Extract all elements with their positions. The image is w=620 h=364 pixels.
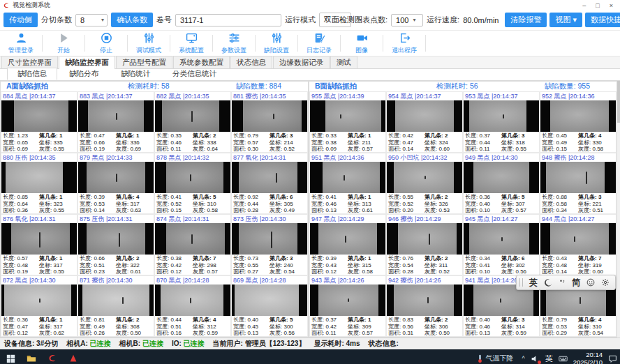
defect-cell[interactable]: 950 小凹坑 |20:14:32 长度: 0.55宽度: 0.52面积: 0.… (386, 153, 463, 214)
tab-5[interactable]: 边缘数据记录 (273, 56, 330, 68)
tab-2[interactable]: 产品型号配置 (116, 56, 172, 68)
tab-6[interactable]: 测试 (330, 56, 357, 68)
roll-number-input[interactable] (175, 14, 281, 26)
ime-english-mode[interactable]: 英 (529, 277, 538, 289)
tray-expand-button[interactable]: ^ (522, 355, 525, 362)
defect-cell[interactable]: 882 黑点 |20:14:35 长度: 0.35宽度: 0.46面积: 0.1… (154, 91, 231, 153)
data-quick-access-button[interactable]: 数据快捷访问 ▾ (585, 13, 620, 27)
defect-cell[interactable]: 879 黑点 |20:14:33 长度: 0.39宽度: 0.53面积: 0.1… (78, 153, 154, 214)
detail-line: 坐标: 319 (578, 262, 614, 269)
close-button[interactable]: × (610, 2, 613, 9)
param-settings-button[interactable]: 参数设置 (213, 31, 255, 56)
system-config-button[interactable]: 系统配置 (170, 31, 212, 56)
action-center-button[interactable] (608, 354, 617, 363)
defect-image (78, 162, 154, 193)
detail-line: 宽度: 0.42 (156, 262, 193, 269)
defect-cell[interactable]: 871 擦伤 |20:14:30 长度: 0.81宽度: 0.49面积: 0.2… (78, 275, 154, 337)
moon-icon[interactable] (544, 278, 552, 287)
file-explorer-button[interactable] (21, 349, 42, 364)
defect-cell[interactable]: 873 压伤 |20:14:30 长度: 0.73宽度: 0.55面积: 0.2… (231, 214, 308, 275)
taskbar-app2-button[interactable] (63, 349, 84, 364)
defect-cell[interactable]: 881 擦伤 |20:14:35 长度: 0.79宽度: 0.57面积: 0.3… (231, 91, 308, 153)
taskbar-language-indicator[interactable]: 英 (545, 354, 553, 364)
defect-cell[interactable]: 953 黑点 |20:14:37 长度: 0.37宽度: 0.44面积: 0.1… (463, 91, 540, 153)
defect-cell-header: 875 压伤 |20:14:31 (78, 215, 154, 223)
detail-line: 宽度: 0.46 (311, 201, 348, 208)
defect-cell[interactable]: 947 黑点 |20:14:29 长度: 0.39宽度: 0.43面积: 0.1… (309, 214, 386, 275)
tray-alert-button[interactable] (531, 354, 540, 363)
defect-cell[interactable]: 949 黑点 |20:14:30 长度: 0.36宽度: 0.40面积: 0.1… (463, 153, 540, 214)
chart-points-select[interactable]: 100▾ (391, 14, 423, 26)
tab-4[interactable]: 状态信息 (230, 56, 272, 68)
defect-cell[interactable]: 944 黑点 |20:14:27 长度: 0.43宽度: 0.48面积: 0.1… (540, 214, 617, 275)
confirm-count-button[interactable]: 确认条数 (111, 13, 153, 27)
defect-cell[interactable]: 874 黑点 |20:14:31 长度: 0.38宽度: 0.42面积: 0.1… (154, 214, 231, 275)
drive-side-button[interactable]: 传动侧 (3, 13, 38, 27)
start-button[interactable] (0, 349, 21, 364)
admin-login-button[interactable]: 管理登录 (0, 31, 42, 56)
subtab-3[interactable]: 分类信息统计 (162, 68, 227, 80)
image-edge-right (609, 223, 616, 255)
log-record-button[interactable]: 日志记录 (298, 31, 340, 56)
defect-cell[interactable]: 954 黑点 |20:14:37 长度: 0.42宽度: 0.47面积: 0.1… (386, 91, 463, 153)
exit-button[interactable]: 退出程序 (383, 31, 425, 56)
image-edge-right (70, 223, 77, 255)
detail-line: 灰度: 0.59 (193, 330, 229, 337)
taskbar-weather[interactable]: 气温下降 (474, 354, 517, 363)
tab-1[interactable]: 缺陷监控界面 (59, 56, 115, 69)
defect-cell[interactable]: 952 黑点 |20:14:36 长度: 0.45宽度: 0.49面积: 0.1… (540, 91, 617, 153)
vertical-scrollbar[interactable] (617, 81, 620, 338)
image-button[interactable]: 图像 (341, 31, 383, 56)
defect-cell[interactable]: 883 黑点 |20:14:37 长度: 0.47宽度: 0.66面积: 0.1… (78, 91, 154, 153)
defect-cell[interactable]: 878 黑点 |20:14:32 长度: 0.41宽度: 0.52面积: 0.1… (154, 153, 231, 214)
maximize-button[interactable]: □ (596, 2, 599, 9)
defect-details: 长度: 0.79宽度: 0.53面积: 0.29米数: 0.35 第几条: 4坐… (540, 316, 616, 337)
defect-cell[interactable]: 945 黑点 |20:14:27 长度: 0.34宽度: 0.41面积: 0.1… (463, 214, 540, 275)
status-item: 设备信息: 3#分切 (4, 339, 58, 349)
defect-cell[interactable]: 943 黑点 |20:14:26 长度: 0.37宽度: 0.42面积: 0.1… (309, 275, 386, 337)
detail-line: 灰度: 0.58 (578, 146, 614, 153)
taskbar-clock[interactable]: 20:14 2025/2/10 (573, 351, 603, 364)
defect-cell[interactable]: 948 擦伤 |20:14:28 长度: 0.88宽度: 0.58面积: 0.3… (540, 153, 617, 214)
punctuation-icon[interactable] (559, 278, 566, 287)
scrollbar-thumb[interactable] (617, 81, 620, 123)
tab-0[interactable]: 尺寸监控界面 (1, 56, 58, 68)
minimize-button[interactable]: – (582, 2, 586, 9)
subtab-2[interactable]: 缺陷统计 (110, 68, 161, 80)
view-menu-button[interactable]: 视图 ▾ (549, 13, 582, 27)
debug-mode-button[interactable]: 调试模式 (128, 31, 170, 56)
defect-cell[interactable]: 876 氧化 |20:14:31 长度: 0.57宽度: 0.48面积: 0.1… (1, 214, 78, 275)
taskbar-app1-button[interactable] (42, 349, 63, 364)
defect-cell[interactable]: 942 擦伤 |20:14:26 长度: 0.83宽度: 0.56面积: 0.3… (386, 275, 463, 337)
main-toolbar: 传动侧 分切条数 8▾ 确认条数 卷号 运行模式 双面检测▾ 图表点数: 100… (0, 10, 620, 31)
defect-cell-header: 880 压伤 |20:14:35 (1, 153, 77, 162)
defect-cell[interactable]: 955 黑点 |20:14:39 长度: 0.33宽度: 0.38面积: 0.0… (309, 91, 386, 153)
ime-drag-handle-icon[interactable] (519, 278, 523, 287)
defect-cell[interactable]: 880 压伤 |20:14:35 长度: 0.85宽度: 0.64面积: 0.3… (1, 153, 78, 214)
defect-cell[interactable]: 870 黑点 |20:14:28 长度: 0.44宽度: 0.51面积: 0.1… (154, 275, 231, 337)
defect-mark (345, 236, 346, 243)
defect-cell[interactable]: 875 压伤 |20:14:31 长度: 0.66宽度: 0.51面积: 0.2… (78, 214, 154, 275)
defect-cell[interactable]: 877 氧化 |20:14:31 长度: 0.92宽度: 0.44面积: 0.2… (231, 153, 308, 214)
run-mode-select[interactable]: 双面检测▾ (319, 13, 351, 27)
gear-icon[interactable] (601, 278, 610, 287)
start-button[interactable]: 开始 (43, 31, 84, 56)
defect-cell[interactable]: 951 黑点 |20:14:36 长度: 0.41宽度: 0.46面积: 0.1… (309, 153, 386, 214)
detail-line: 面积: 0.20 (388, 207, 425, 214)
defect-cell[interactable]: 869 黑点 |20:14:28 长度: 0.40宽度: 0.45面积: 0.1… (231, 275, 308, 337)
stop-button[interactable]: 停止 (85, 31, 127, 56)
tab-3[interactable]: 系统参数配置 (173, 56, 230, 68)
defect-settings-button[interactable]: 缺陷设置 (256, 31, 297, 56)
defect-cell[interactable]: 884 黑点 |20:14:37 长度: 1.23宽度: 0.65面积: 0.6… (1, 91, 78, 153)
defect-cell[interactable]: 946 擦伤 |20:14:29 长度: 0.76宽度: 0.54面积: 0.2… (386, 214, 463, 275)
subtab-0[interactable]: 缺陷信息 (7, 68, 57, 80)
slit-count-select[interactable]: 8▾ (75, 14, 108, 26)
clear-alarm-button[interactable]: 清除报警 (505, 13, 547, 27)
emoji-icon[interactable] (586, 278, 595, 287)
subtab-1[interactable]: 缺陷分布 (59, 68, 109, 80)
ime-tray-button[interactable] (559, 354, 568, 363)
defect-monitor-content: A面缺陷抓拍 检测耗时: 58 缺陷数量: 884 884 黑点 |20:14:… (0, 80, 620, 338)
ime-simplified-mode[interactable]: 简 (572, 277, 580, 289)
defect-cell[interactable]: 872 黑点 |20:14:30 长度: 0.36宽度: 0.47面积: 0.1… (1, 275, 78, 337)
detail-line: 坐标: 338 (193, 139, 229, 146)
